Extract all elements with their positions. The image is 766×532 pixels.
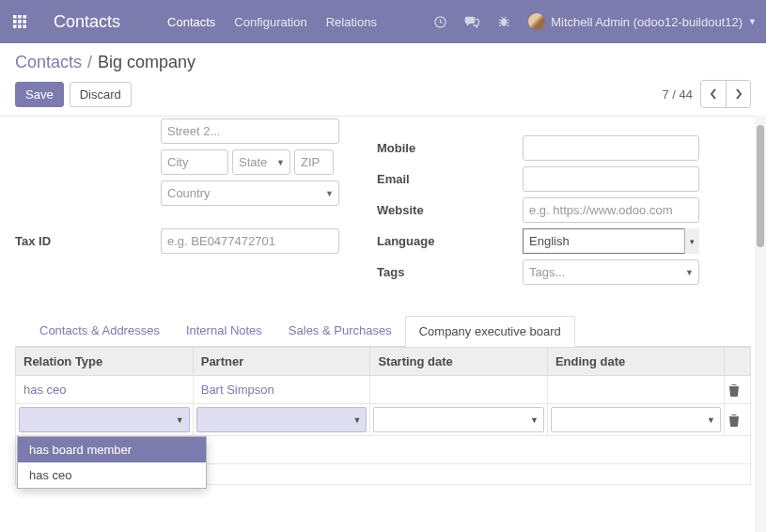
nav-relations[interactable]: Relations — [326, 15, 377, 29]
svg-rect-6 — [13, 24, 17, 28]
dropdown-item-board-member[interactable]: has board member — [18, 437, 206, 462]
tab-sales-purchases[interactable]: Sales & Purchases — [275, 316, 405, 347]
button-row: Save Discard 7 / 44 — [15, 80, 751, 108]
col-actions — [725, 348, 751, 376]
top-navbar: Contacts Contacts Configuration Relation… — [0, 0, 766, 43]
avatar — [528, 13, 545, 30]
tags-input[interactable] — [523, 259, 699, 285]
website-label: Website — [377, 203, 523, 217]
relation-type-dropdown[interactable] — [19, 407, 190, 432]
breadcrumb: Contacts / Big company — [15, 53, 751, 72]
cell-partner[interactable]: Bart Simpson — [193, 376, 370, 404]
cell-relation-type[interactable]: has ceo — [16, 376, 194, 404]
pager: 7 / 44 — [662, 80, 751, 108]
relation-type-menu[interactable]: has board member has ceo — [17, 436, 207, 489]
state-input[interactable] — [232, 149, 290, 175]
caret-down-icon: ▼ — [176, 415, 184, 425]
svg-rect-2 — [23, 15, 26, 19]
apps-icon[interactable] — [12, 14, 27, 29]
save-button[interactable]: Save — [15, 82, 64, 107]
cell-start[interactable] — [370, 376, 548, 404]
svg-rect-7 — [18, 24, 22, 28]
svg-rect-4 — [18, 20, 22, 23]
address-column: ▼ ▼ Tax ID — [15, 118, 358, 290]
trash-icon[interactable] — [728, 414, 746, 427]
table-row[interactable]: has ceo Bart Simpson — [16, 376, 751, 404]
col-starting-date[interactable]: Starting date — [370, 348, 548, 376]
breadcrumb-sep: / — [87, 53, 92, 72]
pager-counter[interactable]: 7 / 44 — [662, 87, 693, 102]
end-date-input[interactable] — [551, 407, 721, 432]
tab-contacts-addresses[interactable]: Contacts & Addresses — [26, 316, 173, 347]
user-menu[interactable]: Mitchell Admin (odoo12-buildout12) ▼ — [528, 13, 757, 30]
control-panel: Contacts / Big company Save Discard 7 / … — [0, 43, 766, 114]
svg-point-10 — [501, 19, 507, 26]
debug-icon[interactable] — [496, 14, 511, 29]
caret-down-icon: ▼ — [707, 415, 715, 425]
svg-rect-8 — [23, 24, 26, 28]
col-relation-type[interactable]: Relation Type — [16, 348, 194, 376]
city-input[interactable] — [161, 149, 228, 175]
email-input[interactable] — [523, 166, 699, 192]
tab-executive-board[interactable]: Company executive board — [405, 316, 575, 347]
dropdown-item-ceo[interactable]: has ceo — [18, 462, 206, 488]
zip-input[interactable] — [294, 149, 334, 175]
contact-info-column: Mobile Email Website Language English ▾ — [377, 118, 751, 290]
taxid-input[interactable] — [161, 228, 339, 254]
language-select[interactable]: English ▾ — [523, 228, 699, 254]
pager-next[interactable] — [726, 81, 750, 107]
scrollbar[interactable] — [755, 116, 766, 532]
svg-rect-0 — [13, 15, 17, 19]
mobile-label: Mobile — [377, 141, 523, 155]
country-input[interactable] — [161, 180, 339, 206]
language-label: Language — [377, 234, 523, 248]
app-title[interactable]: Contacts — [54, 12, 120, 32]
nav-configuration[interactable]: Configuration — [234, 15, 306, 29]
taxid-label: Tax ID — [15, 234, 161, 248]
tab-bar: Contacts & Addresses Internal Notes Sale… — [15, 315, 751, 347]
discuss-icon[interactable] — [464, 14, 479, 29]
svg-rect-3 — [13, 20, 17, 23]
website-input[interactable] — [523, 197, 699, 223]
scrollbar-thumb[interactable] — [757, 125, 764, 247]
language-value: English — [523, 228, 699, 254]
col-ending-date[interactable]: Ending date — [547, 348, 724, 376]
trash-icon[interactable] — [728, 383, 746, 397]
user-name: Mitchell Admin (odoo12-buildout12) — [551, 15, 743, 29]
discard-button[interactable]: Discard — [70, 82, 132, 107]
table-row-editing[interactable]: ▼ ▼ — [16, 404, 751, 436]
email-label: Email — [377, 172, 523, 186]
nav-contacts[interactable]: Contacts — [167, 15, 215, 29]
cell-end[interactable] — [547, 376, 724, 404]
col-partner[interactable]: Partner — [193, 348, 370, 376]
mobile-input[interactable] — [523, 135, 699, 161]
caret-down-icon: ▼ — [352, 415, 361, 425]
breadcrumb-current: Big company — [98, 53, 195, 72]
tags-label: Tags — [377, 265, 523, 279]
street2-input[interactable] — [161, 118, 339, 144]
partner-dropdown[interactable] — [196, 407, 367, 432]
activity-icon[interactable] — [432, 14, 447, 29]
tab-internal-notes[interactable]: Internal Notes — [173, 316, 275, 347]
chevron-down-icon: ▾ — [684, 228, 699, 254]
caret-down-icon: ▼ — [530, 415, 539, 425]
systray: Mitchell Admin (odoo12-buildout12) ▼ — [432, 13, 757, 30]
pager-prev[interactable] — [701, 81, 726, 107]
svg-rect-1 — [18, 15, 22, 19]
start-date-input[interactable] — [373, 407, 544, 432]
caret-down-icon: ▼ — [748, 17, 757, 26]
breadcrumb-root[interactable]: Contacts — [15, 53, 82, 72]
svg-rect-5 — [23, 20, 26, 23]
